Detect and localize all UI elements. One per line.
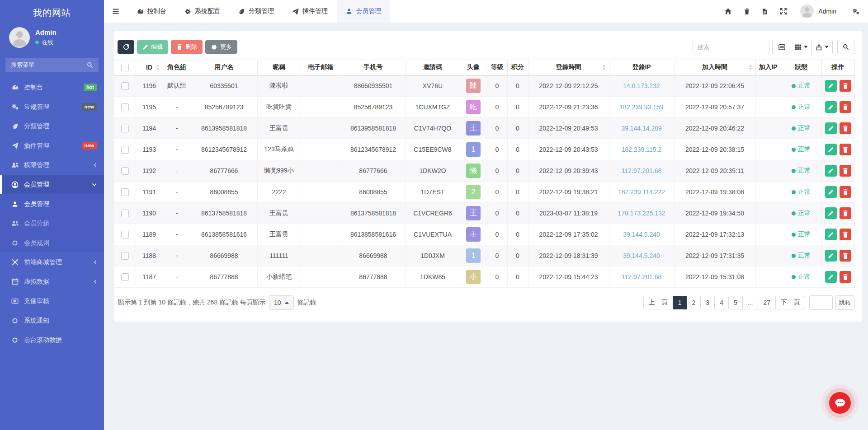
row-delete-button[interactable]: [840, 250, 851, 262]
navbar-avatar[interactable]: [800, 5, 814, 18]
row-edit-button[interactable]: [825, 122, 837, 134]
row-checkbox[interactable]: [121, 231, 129, 238]
sort-icon[interactable]: [602, 65, 606, 70]
sidebar-item-7[interactable]: 虚拟数据: [0, 272, 104, 291]
column-header[interactable]: 加入時間: [674, 60, 755, 75]
sidebar-item-8[interactable]: 充值审核: [0, 291, 104, 311]
search-button[interactable]: [837, 40, 854, 54]
more-button[interactable]: 更多: [205, 40, 237, 54]
row-edit-button[interactable]: [825, 165, 837, 177]
sidebar-search-input[interactable]: 搜索菜單: [5, 58, 99, 72]
column-header[interactable]: 登錄時間: [528, 60, 609, 75]
row-checkbox[interactable]: [121, 188, 129, 196]
sidebar-item-2[interactable]: 分類管理: [0, 117, 104, 136]
tab-2[interactable]: 分類管理: [229, 0, 283, 23]
detail-view-button[interactable]: [772, 40, 791, 54]
sidebar-item-10[interactable]: 前台滚动数据: [0, 330, 104, 350]
clear-cache-icon[interactable]: [756, 8, 774, 15]
tab-4[interactable]: 会员管理: [337, 0, 390, 23]
sort-icon[interactable]: [156, 65, 160, 70]
row-delete-button[interactable]: [840, 271, 851, 283]
login-ip-link[interactable]: 112.97.201.68: [622, 273, 662, 280]
page-button-4[interactable]: 4: [714, 296, 729, 309]
tab-0[interactable]: 控制台: [128, 0, 175, 23]
column-header[interactable]: ID: [136, 60, 163, 75]
row-checkbox[interactable]: [121, 252, 129, 260]
page-size-select[interactable]: 10: [269, 295, 294, 310]
delete-button[interactable]: 删除: [171, 40, 203, 54]
page-button-27[interactable]: 27: [758, 296, 776, 309]
row-delete-button[interactable]: [840, 122, 851, 134]
sidebar-item-5[interactable]: 会员管理: [0, 175, 104, 194]
page-button-上一頁[interactable]: 上一頁: [643, 296, 673, 309]
export-button[interactable]: [811, 40, 833, 54]
user-avatar[interactable]: [9, 27, 30, 48]
login-ip-link[interactable]: 182.239.115.2: [622, 146, 662, 153]
page-button-下一頁[interactable]: 下一頁: [775, 296, 805, 309]
row-delete-button[interactable]: [840, 186, 851, 198]
sidebar-item-9[interactable]: 系统通知: [0, 311, 104, 330]
sidebar-item-1[interactable]: 常规管理new: [0, 97, 104, 117]
menu-toggle-icon[interactable]: [104, 0, 128, 23]
login-ip-link[interactable]: 178.173.225.132: [618, 210, 665, 217]
page-button-...[interactable]: ...: [742, 296, 759, 309]
sidebar-item-4[interactable]: 权限管理: [0, 155, 104, 175]
home-icon[interactable]: [718, 8, 738, 15]
sidebar-item-3[interactable]: 插件管理new: [0, 136, 104, 155]
row-delete-button[interactable]: [840, 165, 851, 177]
page-button-2[interactable]: 2: [687, 296, 701, 309]
avatar: 王: [466, 121, 481, 136]
navbar-username[interactable]: Admin: [818, 8, 836, 15]
row-edit-button[interactable]: [825, 207, 837, 219]
row-delete-button[interactable]: [840, 144, 851, 155]
refresh-button[interactable]: [118, 40, 134, 54]
login-ip-link[interactable]: 112.97.201.68: [622, 167, 662, 174]
select-all-checkbox[interactable]: [121, 64, 129, 71]
table-search-input[interactable]: [693, 40, 769, 54]
tab-3[interactable]: 插件管理: [283, 0, 337, 23]
login-ip-link[interactable]: 39.144.5.240: [623, 231, 660, 238]
sidebar-subitem-2[interactable]: 会员规则: [0, 233, 104, 252]
columns-button[interactable]: [791, 40, 812, 54]
row-delete-button[interactable]: [840, 101, 851, 113]
row-edit-button[interactable]: [825, 101, 837, 113]
page-button-1[interactable]: 1: [673, 296, 687, 309]
chat-button[interactable]: [829, 392, 851, 414]
row-checkbox[interactable]: [121, 273, 129, 281]
row-checkbox[interactable]: [121, 210, 129, 217]
jump-page-input[interactable]: [809, 295, 833, 310]
row-edit-button[interactable]: [825, 250, 837, 262]
sidebar-item-0[interactable]: 控制台hot: [0, 78, 104, 97]
row-checkbox[interactable]: [121, 103, 129, 111]
sort-icon[interactable]: [749, 65, 752, 70]
row-delete-button[interactable]: [840, 207, 851, 219]
row-edit-button[interactable]: [825, 186, 837, 198]
login-ip-link[interactable]: 182.239.114.222: [618, 188, 665, 196]
row-edit-button[interactable]: [825, 229, 837, 240]
row-edit-button[interactable]: [825, 271, 837, 283]
fullscreen-icon[interactable]: [774, 8, 793, 15]
row-delete-button[interactable]: [840, 229, 851, 240]
row-checkbox[interactable]: [121, 167, 129, 175]
settings-gears-icon[interactable]: [846, 8, 860, 15]
sidebar-item-6[interactable]: 前端商城管理: [0, 252, 104, 272]
page-button-3[interactable]: 3: [700, 296, 715, 309]
jump-button[interactable]: 跳转: [835, 295, 854, 310]
row-checkbox[interactable]: [121, 146, 129, 154]
row-checkbox[interactable]: [121, 125, 129, 132]
login-ip-link[interactable]: 39.144.5.240: [623, 252, 660, 259]
login-ip-link[interactable]: 39.144.14.209: [621, 125, 662, 132]
tab-1[interactable]: 系统配置: [175, 0, 229, 23]
row-edit-button[interactable]: [825, 144, 837, 155]
sidebar-subitem-1[interactable]: 会员分組: [0, 214, 104, 233]
login-ip-link[interactable]: 14.0.173.232: [623, 82, 660, 89]
login-ip-link[interactable]: 182.239.93.159: [619, 103, 663, 111]
row-checkbox[interactable]: [121, 82, 129, 90]
sidebar-subitem-0[interactable]: 会员管理: [0, 194, 104, 214]
row-edit-button[interactable]: [825, 80, 837, 92]
row-delete-button[interactable]: [840, 80, 851, 92]
page-button-5[interactable]: 5: [728, 296, 743, 309]
edit-button[interactable]: 编辑: [137, 40, 168, 54]
trash-icon[interactable]: [738, 8, 756, 15]
status-dot: [792, 126, 796, 131]
